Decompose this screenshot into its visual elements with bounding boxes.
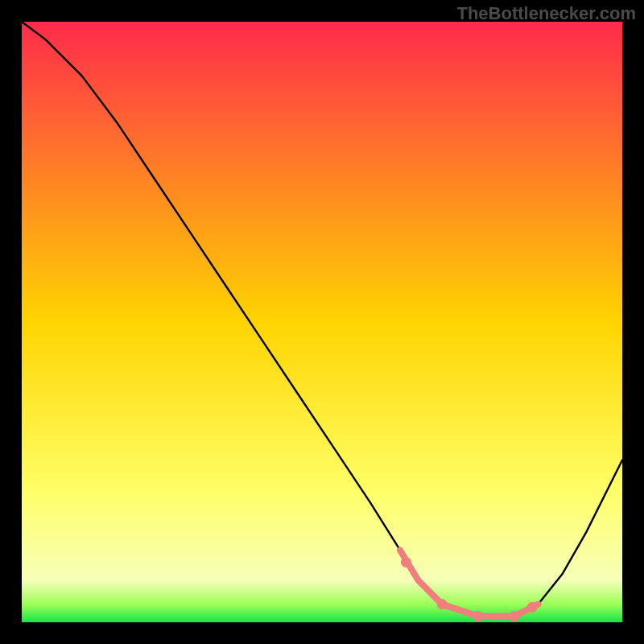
attribution-text: TheBottlenecker.com	[456, 3, 636, 24]
chart-wrapper: TheBottlenecker.com	[0, 0, 644, 644]
chart-area	[0, 0, 644, 644]
highlight-canvas	[0, 0, 644, 644]
